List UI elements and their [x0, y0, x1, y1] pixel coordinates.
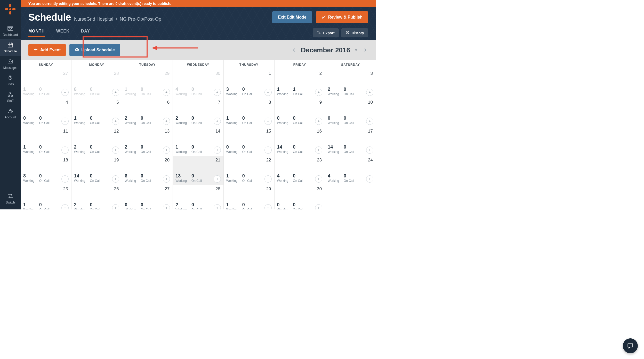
sidebar-item-dashboard[interactable]: Dashboard	[0, 23, 21, 39]
working-label: Working	[23, 92, 35, 96]
calendar-day-cell[interactable]: 12 2 Working 0 On Call	[71, 127, 122, 156]
calendar-day-cell[interactable]: 19 14 Working 0 On Call	[71, 156, 122, 185]
calendar-day-cell[interactable]: 6 2 Working 0 On Call	[122, 98, 173, 127]
calendar-day-cell[interactable]: 7 2 Working 0 On Call	[173, 98, 224, 127]
add-to-day-button[interactable]	[214, 204, 221, 209]
add-to-day-button[interactable]	[163, 89, 170, 96]
calendar-day-cell[interactable]: 1 3 Working 0 On Call	[224, 69, 275, 98]
calendar-day-cell[interactable]: 5 1 Working 0 On Call	[71, 98, 122, 127]
add-to-day-button[interactable]	[214, 146, 221, 154]
calendar-day-cell[interactable]: 30 0 Working 0 On Call	[275, 185, 325, 209]
tab-day[interactable]: DAY	[81, 29, 90, 37]
add-to-day-button[interactable]	[315, 146, 322, 154]
sidebar-item-messages[interactable]: Messages	[0, 56, 21, 72]
calendar-day-cell[interactable]: 20 6 Working 0 On Call	[122, 156, 173, 185]
calendar-day-cell[interactable]: 15 0 Working 0 On Call	[224, 127, 275, 156]
breadcrumb-org[interactable]: NurseGrid Hospital	[74, 17, 113, 22]
breadcrumb-dept[interactable]: NG Pre-Op/Post-Op	[120, 17, 161, 22]
add-to-day-button[interactable]	[315, 204, 322, 209]
calendar-day-cell[interactable]: 17 14 Working 0 On Call	[325, 127, 376, 156]
add-to-day-button[interactable]	[264, 204, 272, 209]
calendar-day-cell[interactable]: 29 1 Working 0 On Call	[224, 185, 275, 209]
tab-week[interactable]: WEEK	[56, 29, 70, 37]
sidebar-item-schedule[interactable]: 17 Schedule	[0, 39, 21, 56]
add-to-day-button[interactable]	[264, 146, 272, 154]
working-stat: 1 Working	[277, 87, 288, 96]
sidebar-item-shifts[interactable]: Shifts	[0, 72, 21, 89]
calendar-day-cell[interactable]: 27 0 Working 0 On Call	[122, 185, 173, 209]
add-to-day-button[interactable]	[366, 175, 373, 183]
add-to-day-button[interactable]	[315, 89, 322, 96]
calendar-day-cell[interactable]: 18 8 Working 0 On Call	[21, 156, 71, 185]
next-month-button[interactable]	[362, 47, 368, 53]
add-to-day-button[interactable]	[61, 89, 69, 96]
add-to-day-button[interactable]	[214, 89, 221, 96]
sidebar-item-switch[interactable]: Switch	[0, 190, 21, 207]
calendar-day-cell[interactable]: 28 2 Working 0 On Call	[173, 185, 224, 209]
prev-month-button[interactable]	[291, 47, 297, 53]
add-to-day-button[interactable]	[112, 118, 119, 125]
add-to-day-button[interactable]	[163, 175, 170, 183]
add-to-day-button[interactable]	[264, 118, 272, 125]
working-stat: 2 Working	[175, 116, 187, 125]
history-button[interactable]: History	[341, 28, 368, 37]
add-to-day-button[interactable]	[112, 175, 119, 183]
calendar-day-cell[interactable]: 13 2 Working 0 On Call	[122, 127, 173, 156]
add-to-day-button[interactable]	[61, 118, 69, 125]
calendar-day-cell[interactable]: 9 0 Working 0 On Call	[275, 98, 325, 127]
add-to-day-button[interactable]	[214, 175, 221, 183]
add-to-day-button[interactable]	[112, 146, 119, 154]
calendar-day-cell[interactable]: 4 0 Working 0 On Call	[21, 98, 71, 127]
calendar-day-cell[interactable]: 30 4 Working 0 On Call	[173, 69, 224, 98]
svg-point-15	[8, 95, 10, 96]
calendar-day-cell[interactable]: 8 1 Working 0 On Call	[224, 98, 275, 127]
tab-month[interactable]: MONTH	[28, 29, 45, 37]
add-to-day-button[interactable]	[163, 118, 170, 125]
calendar-day-cell[interactable]: 16 14 Working 0 On Call	[275, 127, 325, 156]
calendar-day-cell[interactable]: 14 1 Working 0 On Call	[173, 127, 224, 156]
add-to-day-button[interactable]	[264, 175, 272, 183]
calendar-day-cell[interactable]: 10 0 Working 0 On Call	[325, 98, 376, 127]
exit-edit-button[interactable]: Exit Edit Mode	[272, 11, 312, 23]
add-to-day-button[interactable]	[315, 118, 322, 125]
add-to-day-button[interactable]	[214, 118, 221, 125]
calendar-day-cell[interactable]: 11 1 Working 0 On Call	[21, 127, 71, 156]
view-tabs: MONTH WEEK DAY	[28, 29, 90, 37]
working-label: Working	[175, 150, 187, 154]
sidebar-item-account[interactable]: Account	[0, 105, 21, 122]
add-to-day-button[interactable]	[112, 89, 119, 96]
calendar-day-cell[interactable]: 2 1 Working 1 On Call	[275, 69, 325, 98]
add-to-day-button[interactable]	[61, 204, 69, 209]
oncall-label: On Call	[293, 179, 303, 183]
add-event-button[interactable]: Add Event	[28, 44, 66, 56]
add-to-day-button[interactable]	[264, 89, 272, 96]
review-publish-button[interactable]: Review & Publish	[316, 11, 368, 23]
add-to-day-button[interactable]	[112, 204, 119, 209]
calendar-day-cell[interactable]: 27 1 Working 0 On Call	[21, 69, 71, 98]
calendar-day-cell[interactable]: 25 1 Working 0 On Call	[21, 185, 71, 209]
calendar-day-cell[interactable]: 24 4 Working 0 On Call	[325, 156, 376, 185]
calendar-day-cell[interactable]: 23 4 Working 0 On Call	[275, 156, 325, 185]
calendar-day-cell[interactable]: 26 2 Working 0 On Call	[71, 185, 122, 209]
oncall-label: On Call	[242, 121, 253, 125]
add-to-day-button[interactable]	[61, 175, 69, 183]
calendar-toolbar: Add Event Upload Schedule December 2016	[21, 40, 376, 60]
add-to-day-button[interactable]	[163, 204, 170, 209]
calendar-day-cell[interactable]: 21 13 Working 0 On Call	[173, 156, 224, 185]
add-to-day-button[interactable]	[366, 146, 373, 154]
add-to-day-button[interactable]	[366, 89, 373, 96]
working-stat: 14 Working	[328, 145, 339, 154]
add-to-day-button[interactable]	[366, 118, 373, 125]
export-button[interactable]: Export	[313, 28, 339, 37]
add-to-day-button[interactable]	[315, 175, 322, 183]
oncall-count: 0	[293, 174, 303, 178]
calendar-day-cell[interactable]: 3 2 Working 0 On Call	[325, 69, 376, 98]
calendar-day-cell[interactable]: 22 1 Working 0 On Call	[224, 156, 275, 185]
sidebar-item-staff[interactable]: Staff	[0, 89, 21, 105]
calendar-day-cell[interactable]: 28 8 Working 0 On Call	[71, 69, 122, 98]
add-to-day-button[interactable]	[163, 146, 170, 154]
add-to-day-button[interactable]	[61, 146, 69, 154]
upload-schedule-button[interactable]: Upload Schedule	[69, 44, 120, 56]
calendar-day-cell[interactable]: 29 1 Working 0 On Call	[122, 69, 173, 98]
month-dropdown[interactable]	[354, 48, 358, 52]
